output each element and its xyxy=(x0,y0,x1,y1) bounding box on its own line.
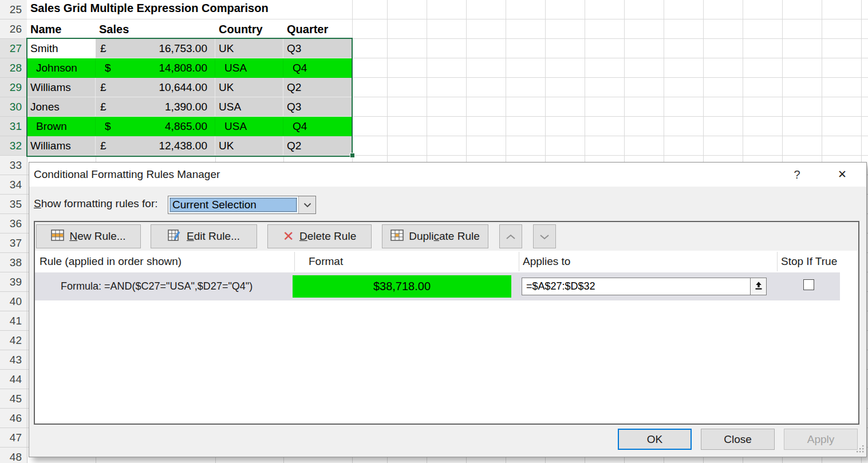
rules-list-header-row: Rule (applied in order shown) Format App… xyxy=(35,251,858,272)
cell[interactable]: UK xyxy=(215,136,283,156)
show-rules-dropdown[interactable]: Current Selection xyxy=(168,196,316,214)
amount: 4,865.00 xyxy=(165,117,215,136)
row-header[interactable]: 48 xyxy=(0,448,27,463)
edit-rule-button[interactable]: Edit Rule... xyxy=(151,224,257,248)
new-rule-button[interactable]: New Rule... xyxy=(36,224,141,248)
cell[interactable]: £12,438.00 xyxy=(96,136,215,156)
row-header[interactable]: 39 xyxy=(0,272,27,292)
cell[interactable]: Q3 xyxy=(283,39,352,58)
duplicate-rule-icon xyxy=(390,229,404,244)
cell[interactable]: £16,753.00 xyxy=(96,39,215,58)
row-header[interactable]: 29 xyxy=(0,78,27,97)
cell[interactable]: Q2 xyxy=(283,78,352,97)
cell[interactable]: £1,390.00 xyxy=(96,97,215,117)
cell[interactable]: Q2 xyxy=(283,136,352,156)
delete-rule-button[interactable]: ✕ Delete Rule xyxy=(267,224,372,248)
cell[interactable]: Williams xyxy=(27,78,96,97)
column-separator xyxy=(294,252,295,271)
table-row: Smith £16,753.00 UK Q3 xyxy=(27,39,352,58)
cell[interactable]: Q4 xyxy=(283,58,352,78)
rule-row[interactable]: Formula: =AND($C27="USA",$D27="Q4") $38,… xyxy=(35,272,840,300)
col-header-name[interactable]: Name xyxy=(27,19,96,39)
col-header-country[interactable]: Country xyxy=(215,19,283,39)
row-header[interactable]: 31 xyxy=(0,117,27,136)
sheet-title[interactable]: Sales Grid Multiple Expression Compariso… xyxy=(30,2,269,15)
cell[interactable]: Brown xyxy=(27,117,96,136)
close-button[interactable]: Close xyxy=(701,429,775,450)
cell[interactable]: UK xyxy=(215,39,283,58)
row-header[interactable]: 42 xyxy=(0,331,27,350)
new-rule-label: New Rule... xyxy=(69,230,125,243)
cell-active[interactable]: Smith xyxy=(27,39,96,58)
column-header-stop-if-true: Stop If True xyxy=(781,251,837,272)
row-header[interactable]: 33 xyxy=(0,156,27,175)
dialog-title-bar[interactable]: Conditional Formatting Rules Manager ? ✕ xyxy=(29,163,866,187)
move-rule-up-button[interactable] xyxy=(499,224,522,248)
move-rule-down-button[interactable] xyxy=(533,224,556,248)
row-header[interactable]: 26 xyxy=(0,19,27,39)
table-row-highlighted: Johnson $14,808.00 USA Q4 xyxy=(27,58,352,78)
row-header[interactable]: 35 xyxy=(0,195,27,214)
table-header-area: Sales Grid Multiple Expression Compariso… xyxy=(27,0,352,39)
cell[interactable]: Q3 xyxy=(283,97,352,117)
stop-if-true-checkbox[interactable] xyxy=(803,279,814,290)
row-header[interactable]: 40 xyxy=(0,292,27,311)
cell[interactable]: Jones xyxy=(27,97,96,117)
cell[interactable]: UK xyxy=(215,78,283,97)
row-header[interactable]: 45 xyxy=(0,389,27,409)
row-header[interactable]: 37 xyxy=(0,234,27,253)
rules-list-container: New Rule... Edit Rule... ✕ Delete Rule xyxy=(34,221,859,425)
cell[interactable]: USA xyxy=(215,117,283,136)
row-header[interactable]: 38 xyxy=(0,253,27,272)
row-header[interactable]: 43 xyxy=(0,350,27,370)
cell[interactable]: $4,865.00 xyxy=(96,117,215,136)
applies-to-input[interactable] xyxy=(522,278,750,295)
amount: 10,644.00 xyxy=(159,78,215,97)
row-header[interactable]: 25 xyxy=(0,0,27,19)
rules-toolbar: New Rule... Edit Rule... ✕ Delete Rule xyxy=(35,222,858,251)
col-header-quarter[interactable]: Quarter xyxy=(283,19,352,39)
cell[interactable]: Johnson xyxy=(27,58,96,78)
new-rule-icon xyxy=(51,229,64,244)
row-header[interactable]: 30 xyxy=(0,97,27,117)
row-header[interactable]: 47 xyxy=(0,428,27,448)
row-header[interactable]: 34 xyxy=(0,175,27,195)
row-header-column: 25 26 27 28 29 30 31 32 33 34 35 36 37 3… xyxy=(0,0,27,463)
amount: 14,808.00 xyxy=(159,58,215,77)
row-header[interactable]: 32 xyxy=(0,136,27,156)
col-header-sales[interactable]: Sales xyxy=(96,19,215,39)
edit-rule-icon xyxy=(168,229,182,244)
duplicate-rule-button[interactable]: Duplicate Rule xyxy=(382,224,488,248)
cell[interactable]: £10,644.00 xyxy=(96,78,215,97)
close-icon[interactable]: ✕ xyxy=(834,167,850,182)
row-header[interactable]: 41 xyxy=(0,311,27,331)
duplicate-rule-label: Duplicate Rule xyxy=(409,230,480,243)
cell[interactable]: USA xyxy=(215,58,283,78)
currency-symbol: £ xyxy=(100,39,106,58)
delete-rule-label: Delete Rule xyxy=(299,230,356,243)
help-icon[interactable]: ? xyxy=(790,167,804,182)
collapse-range-icon xyxy=(754,281,763,292)
cell[interactable]: USA xyxy=(215,97,283,117)
cell[interactable]: Williams xyxy=(27,136,96,156)
collapse-dialog-button[interactable] xyxy=(750,278,767,295)
dropdown-button[interactable] xyxy=(298,196,315,213)
dialog-title: Conditional Formatting Rules Manager xyxy=(34,168,220,181)
row-header[interactable]: 28 xyxy=(0,58,27,78)
table-column-headers: Name Sales Country Quarter xyxy=(27,19,352,39)
ok-button[interactable]: OK xyxy=(618,429,692,450)
chevron-down-icon xyxy=(539,230,550,243)
table-row-highlighted: Brown $4,865.00 USA Q4 xyxy=(27,117,352,136)
row-header[interactable]: 44 xyxy=(0,370,27,389)
column-separator xyxy=(519,252,519,271)
amount: 12,438.00 xyxy=(159,136,215,155)
fill-handle[interactable] xyxy=(350,153,355,158)
currency-symbol: $ xyxy=(105,117,111,136)
row-header[interactable]: 27 xyxy=(0,39,27,58)
cell[interactable]: $14,808.00 xyxy=(96,58,215,78)
row-header[interactable]: 46 xyxy=(0,409,27,428)
row-header[interactable]: 36 xyxy=(0,214,27,234)
cell[interactable]: Q4 xyxy=(283,117,352,136)
resize-grip-icon[interactable] xyxy=(856,445,864,455)
column-separator xyxy=(777,252,778,271)
